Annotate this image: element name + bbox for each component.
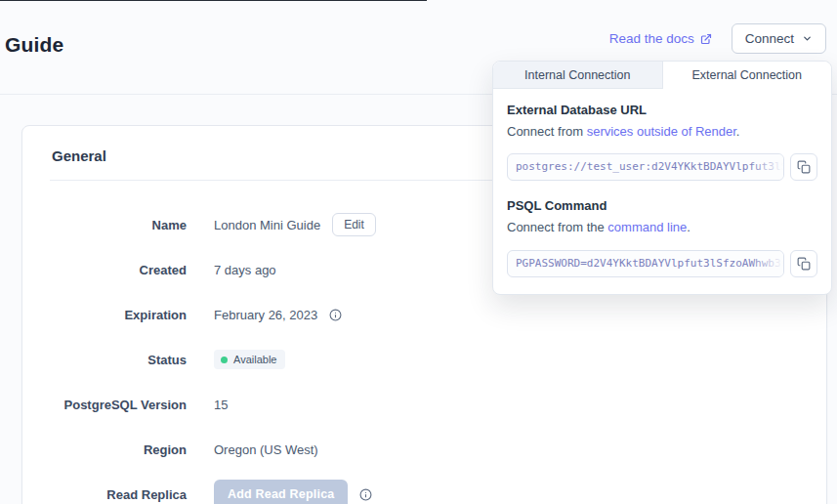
command-line-link[interactable]: command line [607,220,687,234]
table-row-version: PostgreSQL Version 15 [22,382,826,427]
row-value: February 26, 2023 [214,308,342,322]
chevron-down-icon [802,33,813,44]
desc-text: . [736,124,740,139]
postgres-version-value: 15 [214,398,228,412]
desc-text: Connect from the [507,220,607,234]
connect-button[interactable]: Connect [732,23,826,54]
services-outside-render-link[interactable]: services outside of Render [587,124,736,139]
database-name: London Mini Guide [214,218,320,232]
header-actions: Read the docs Connect [609,23,826,54]
region-value: Oregon (US West) [214,442,318,457]
expiration-value: February 26, 2023 [214,308,317,322]
connection-tabs: Internal Connection External Connection [493,62,831,89]
table-row-read-replica: Read Replica Add Read Replica [22,472,826,504]
row-label: Name [22,218,187,232]
read-the-docs-label: Read the docs [609,31,694,46]
row-label: Expiration [22,308,187,322]
section-description: Connect from services outside of Render. [507,124,817,139]
external-connection-panel: External Database URL Connect from servi… [493,89,831,294]
status-dot-icon [221,357,228,363]
copy-button[interactable] [790,250,817,277]
top-edge-line [0,0,427,1]
row-value: Add Read Replica [214,480,372,504]
table-row-status: Status Available [22,337,826,382]
table-row-region: Region Oregon (US West) [22,427,826,472]
copy-icon [797,257,811,271]
edit-name-button[interactable]: Edit [332,213,376,236]
row-label: Read Replica [22,487,187,502]
info-icon[interactable] [329,309,342,321]
copy-button[interactable] [790,153,817,181]
row-value: Oregon (US West) [214,442,318,457]
row-value: Available [214,350,285,369]
row-value: 7 days ago [214,263,276,277]
psql-command-field[interactable]: PGPASSWORD=d2V4YKktBDAYVlpfut3lSfzoAWhwb… [507,250,784,277]
created-value: 7 days ago [214,263,276,277]
status-label: Available [233,354,276,365]
external-database-url-section: External Database URL Connect from servi… [507,103,817,181]
tab-external-connection[interactable]: External Connection [663,62,832,89]
code-row: PGPASSWORD=d2V4YKktBDAYVlpfut3lSfzoAWhwb… [507,250,817,277]
add-read-replica-button[interactable]: Add Read Replica [214,480,348,504]
row-label: PostgreSQL Version [22,398,187,412]
info-icon[interactable] [359,488,372,501]
row-label: Region [22,442,187,457]
connect-button-label: Connect [745,31,794,46]
desc-text: Connect from [507,124,587,139]
read-the-docs-link[interactable]: Read the docs [609,31,712,46]
psql-command-section: PSQL Command Connect from the command li… [507,198,817,277]
connect-popup: Internal Connection External Connection … [492,61,832,295]
copy-icon [797,160,811,174]
section-description: Connect from the command line. [507,220,817,234]
row-label: Status [22,353,187,367]
section-heading: PSQL Command [507,198,817,213]
row-value: London Mini Guide Edit [214,213,376,236]
tab-internal-connection[interactable]: Internal Connection [493,62,663,89]
table-row-expiration: Expiration February 26, 2023 [22,292,826,337]
section-heading: External Database URL [507,103,817,117]
page: Guide Read the docs Connect General [0,0,837,504]
code-row: postgres://test_user:d2V4YKktBDAYVlpfut3… [507,153,817,181]
external-link-icon [700,33,712,45]
desc-text: . [687,220,691,234]
page-title: Guide [5,33,64,57]
row-value: 15 [214,398,228,412]
status-badge: Available [214,350,285,369]
row-label: Created [22,263,187,277]
external-database-url-field[interactable]: postgres://test_user:d2V4YKktBDAYVlpfut3… [507,153,784,181]
